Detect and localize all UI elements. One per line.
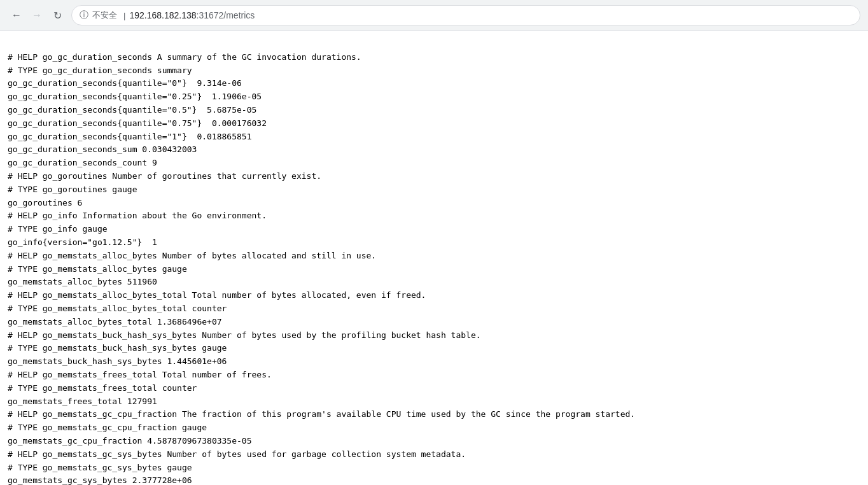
- reload-button[interactable]: ↻: [48, 6, 66, 24]
- metrics-line: # TYPE go_gc_duration_seconds summary: [8, 64, 860, 78]
- metrics-line: # HELP go_memstats_gc_sys_bytes Number o…: [8, 448, 860, 461]
- metrics-content: # HELP go_gc_duration_seconds A summary …: [0, 31, 868, 485]
- browser-toolbar: ← → ↻ ⓘ 不安全 | 192.168.182.138:31672/metr…: [0, 0, 868, 31]
- metrics-line: go_gc_duration_seconds{quantile="0"} 9.3…: [8, 77, 860, 90]
- metrics-line: go_goroutines 6: [8, 197, 860, 210]
- metrics-line: # HELP go_info Information about the Go …: [8, 209, 860, 223]
- browser-chrome: ← → ↻ ⓘ 不安全 | 192.168.182.138:31672/metr…: [0, 0, 868, 31]
- metrics-line: go_memstats_gc_sys_bytes 2.377728e+06: [8, 474, 860, 485]
- url-host: 192.168.182.138:31672/metrics: [129, 10, 255, 20]
- metrics-line: # TYPE go_memstats_alloc_bytes gauge: [8, 263, 860, 276]
- metrics-line: # HELP go_memstats_gc_cpu_fraction The f…: [8, 408, 860, 421]
- security-icon: ⓘ: [80, 10, 88, 21]
- metrics-line: go_memstats_alloc_bytes_total 1.3686496e…: [8, 316, 860, 329]
- metrics-line: go_gc_duration_seconds_count 9: [8, 157, 860, 170]
- metrics-line: # HELP go_gc_duration_seconds A summary …: [8, 51, 860, 64]
- metrics-line: go_gc_duration_seconds_sum 0.030432003: [8, 143, 860, 157]
- metrics-line: # HELP go_memstats_alloc_bytes_total Tot…: [8, 289, 860, 302]
- url-separator: |: [123, 11, 125, 20]
- metrics-line: go_gc_duration_seconds{quantile="0.5"} 5…: [8, 104, 860, 117]
- metrics-line: # TYPE go_memstats_buck_hash_sys_bytes g…: [8, 342, 860, 355]
- metrics-line: # HELP go_goroutines Number of goroutine…: [8, 170, 860, 183]
- forward-button[interactable]: →: [28, 6, 46, 24]
- metrics-line: # HELP go_memstats_alloc_bytes Number of…: [8, 250, 860, 263]
- metrics-line: go_memstats_alloc_bytes 511960: [8, 276, 860, 289]
- metrics-line: # TYPE go_info gauge: [8, 223, 860, 236]
- address-bar[interactable]: ⓘ 不安全 | 192.168.182.138:31672/metrics: [71, 5, 860, 25]
- metrics-line: # TYPE go_memstats_gc_sys_bytes gauge: [8, 461, 860, 475]
- metrics-line: go_gc_duration_seconds{quantile="0.75"} …: [8, 117, 860, 130]
- metrics-line: go_info{version="go1.12.5"} 1: [8, 236, 860, 250]
- metrics-line: go_memstats_gc_cpu_fraction 4.5878709673…: [8, 435, 860, 448]
- metrics-line: go_gc_duration_seconds{quantile="0.25"} …: [8, 90, 860, 104]
- security-label: 不安全: [92, 10, 117, 21]
- metrics-line: go_memstats_buck_hash_sys_bytes 1.445601…: [8, 355, 860, 369]
- url-host-text: 192.168.182.138: [129, 10, 196, 20]
- back-button[interactable]: ←: [8, 6, 25, 24]
- metrics-line: # TYPE go_memstats_gc_cpu_fraction gauge: [8, 421, 860, 435]
- url-port-path: :31672/metrics: [197, 10, 255, 20]
- metrics-line: go_memstats_frees_total 127991: [8, 395, 860, 409]
- metrics-line: # HELP go_memstats_buck_hash_sys_bytes N…: [8, 329, 860, 342]
- metrics-line: # HELP go_memstats_frees_total Total num…: [8, 369, 860, 382]
- metrics-line: # TYPE go_memstats_frees_total counter: [8, 382, 860, 395]
- metrics-line: go_gc_duration_seconds{quantile="1"} 0.0…: [8, 130, 860, 144]
- metrics-line: # TYPE go_goroutines gauge: [8, 183, 860, 197]
- metrics-line: # TYPE go_memstats_alloc_bytes_total cou…: [8, 302, 860, 316]
- nav-buttons: ← → ↻: [8, 6, 66, 24]
